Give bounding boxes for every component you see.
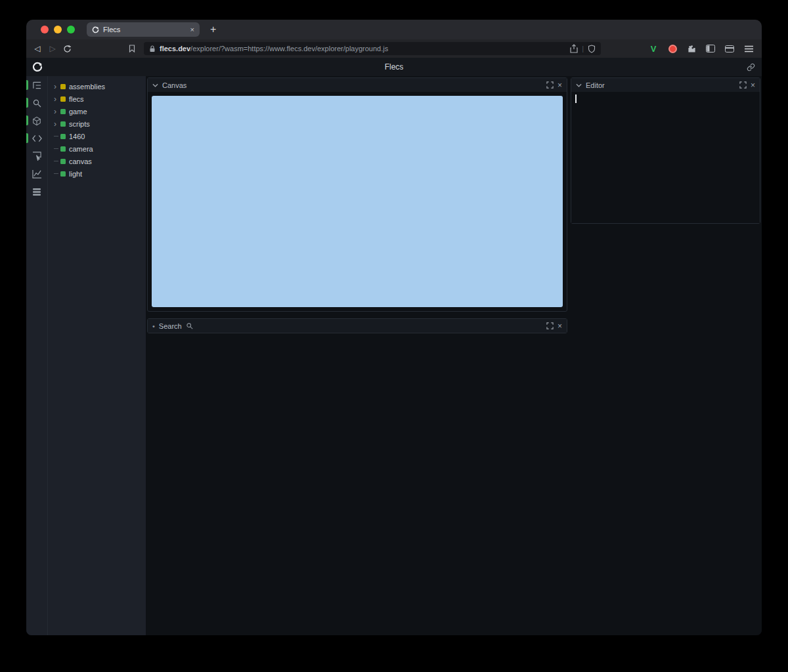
close-panel-icon[interactable]: × xyxy=(558,81,562,89)
tree-guide-line xyxy=(54,148,60,149)
back-button[interactable]: ◁ xyxy=(33,45,42,52)
reload-button[interactable] xyxy=(63,45,72,53)
editor-column: Editor × xyxy=(571,76,762,635)
tree-item[interactable]: ›assemblies xyxy=(48,80,146,93)
left-icon-sidebar xyxy=(26,76,47,635)
tree-item-label: game xyxy=(69,108,87,116)
canvas-panel-header[interactable]: Canvas × xyxy=(148,78,567,92)
flecs-explorer-app: Flecs xyxy=(26,58,762,635)
entity-tree-icon[interactable] xyxy=(32,80,42,91)
tree-item-label: camera xyxy=(69,145,93,153)
cube-icon[interactable] xyxy=(32,116,42,126)
expand-panel-icon[interactable] xyxy=(546,81,554,89)
expand-chevron-icon[interactable]: › xyxy=(54,95,60,103)
entity-color-square xyxy=(60,134,66,139)
expand-panel-icon[interactable] xyxy=(739,81,747,89)
entity-color-square xyxy=(60,159,66,164)
tree-item-label: flecs xyxy=(69,95,84,103)
url-path: /explorer/?wasm=https://www.flecs.dev/ex… xyxy=(190,45,566,52)
main-area: Canvas × • Search xyxy=(146,76,569,635)
entity-color-square xyxy=(60,171,66,177)
tab-favicon-icon xyxy=(92,26,99,33)
lock-icon xyxy=(149,45,156,52)
chevron-down-icon[interactable] xyxy=(152,83,158,87)
shield-icon[interactable] xyxy=(588,45,596,53)
browser-tab[interactable]: Flecs × xyxy=(87,22,200,37)
new-tab-button[interactable]: + xyxy=(210,24,216,35)
code-icon[interactable] xyxy=(32,133,42,144)
url-domain: flecs.dev xyxy=(160,45,190,52)
extensions-puzzle-icon[interactable] xyxy=(685,42,698,55)
tree-item[interactable]: ›game xyxy=(48,105,146,117)
active-indicator xyxy=(26,80,28,90)
tree-item-label: canvas xyxy=(69,158,92,165)
inspect-cursor-icon[interactable] xyxy=(32,151,42,161)
entity-tree: ›assemblies›flecs›game›scripts1460camera… xyxy=(47,76,146,635)
app-header: Flecs xyxy=(26,58,762,76)
tree-guide-line xyxy=(54,173,60,174)
tree-item-label: light xyxy=(69,170,82,178)
tree-item[interactable]: ›flecs xyxy=(48,93,146,105)
tree-item[interactable]: light xyxy=(48,167,146,180)
entity-color-square xyxy=(60,121,66,127)
sidebar-toggle-icon[interactable] xyxy=(704,42,717,55)
browser-window: Flecs × + ◁ ▷ flecs.dev /explorer/?wasm=… xyxy=(26,20,762,635)
search-sidebar-icon[interactable] xyxy=(32,98,42,108)
extension-dot-icon[interactable] xyxy=(666,42,679,55)
page-title: Flecs xyxy=(26,62,762,72)
stats-rows-icon[interactable] xyxy=(32,186,42,197)
browser-tab-bar: Flecs × + xyxy=(26,20,762,39)
panel-title: Editor xyxy=(586,81,605,89)
expand-panel-icon[interactable] xyxy=(546,322,554,329)
entity-color-square xyxy=(60,84,66,89)
menu-hamburger-icon[interactable] xyxy=(742,42,755,55)
tree-item-label: scripts xyxy=(69,120,90,128)
active-indicator xyxy=(26,116,28,125)
line-chart-icon[interactable] xyxy=(32,169,42,179)
url-bar[interactable]: flecs.dev /explorer/?wasm=https://www.fl… xyxy=(144,42,601,55)
link-icon[interactable] xyxy=(747,63,755,72)
entity-color-square xyxy=(60,96,66,102)
entity-color-square xyxy=(60,146,66,152)
canvas-panel: Canvas × xyxy=(147,77,567,312)
search-panel-header[interactable]: • Search × xyxy=(148,319,567,333)
editor-body[interactable] xyxy=(571,92,760,223)
expand-chevron-icon[interactable]: › xyxy=(54,83,60,91)
tree-guide-line xyxy=(54,161,60,161)
tree-item[interactable]: canvas xyxy=(48,155,146,167)
tab-title: Flecs xyxy=(103,26,120,33)
editor-panel-header[interactable]: Editor × xyxy=(571,78,760,92)
bookmark-icon[interactable] xyxy=(129,45,138,52)
tree-guide-line xyxy=(54,136,60,136)
collapsed-indicator-icon[interactable]: • xyxy=(152,322,155,330)
tree-item[interactable]: ›scripts xyxy=(48,117,146,130)
canvas-viewport[interactable] xyxy=(152,96,563,307)
canvas-panel-body xyxy=(148,92,567,311)
editor-panel: Editor × xyxy=(571,77,760,224)
minimize-window-button[interactable] xyxy=(54,26,62,33)
tab-close-icon[interactable]: × xyxy=(190,26,194,33)
active-indicator xyxy=(26,133,28,143)
entity-color-square xyxy=(60,109,66,114)
tree-item-label: assemblies xyxy=(69,83,105,91)
close-panel-icon[interactable]: × xyxy=(751,81,755,89)
tree-item[interactable]: 1460 xyxy=(48,130,146,142)
panel-title: Search xyxy=(159,322,182,330)
close-panel-icon[interactable]: × xyxy=(558,322,562,330)
extension-v-icon[interactable]: V xyxy=(647,42,660,55)
tree-item[interactable]: camera xyxy=(48,142,146,155)
search-magnifier-icon xyxy=(186,322,193,329)
chevron-down-icon[interactable] xyxy=(576,83,582,87)
window-controls xyxy=(41,26,75,33)
share-icon[interactable] xyxy=(570,44,578,53)
zoom-window-button[interactable] xyxy=(67,26,75,33)
forward-button[interactable]: ▷ xyxy=(48,45,57,52)
expand-chevron-icon[interactable]: › xyxy=(54,120,60,128)
wallet-card-icon[interactable] xyxy=(723,42,736,55)
search-panel: • Search × xyxy=(147,318,567,333)
close-window-button[interactable] xyxy=(41,26,49,33)
app-body: ›assemblies›flecs›game›scripts1460camera… xyxy=(26,76,762,635)
expand-chevron-icon[interactable]: › xyxy=(54,108,60,116)
active-indicator xyxy=(26,98,28,108)
text-cursor xyxy=(575,94,577,103)
